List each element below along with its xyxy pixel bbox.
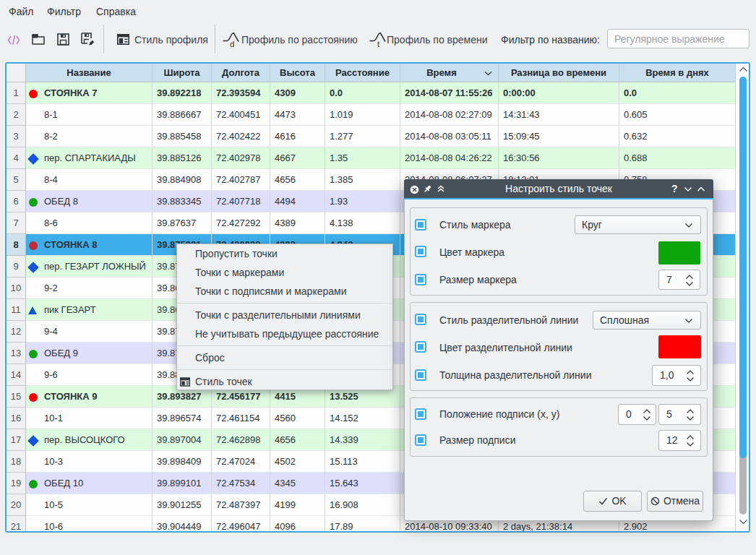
svg-text:t: t xyxy=(377,40,380,48)
svg-text:d: d xyxy=(230,40,234,48)
